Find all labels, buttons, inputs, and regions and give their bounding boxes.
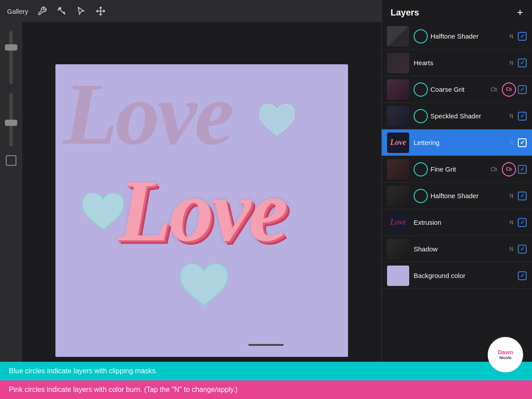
heart-bottom	[180, 264, 228, 308]
layer-thumb-fine-grit	[387, 159, 409, 180]
canvas[interactable]: Love Love	[55, 64, 348, 357]
transform-icon[interactable]	[95, 5, 106, 17]
layer-thumb-halftone-shader-1	[387, 26, 409, 47]
svg-point-2	[58, 9, 59, 10]
undo-button[interactable]	[6, 155, 16, 166]
layer-checkbox-speckled-shader[interactable]	[518, 112, 527, 121]
layer-item-coarse-grit[interactable]: Coarse GritCbCb	[382, 76, 532, 103]
layer-checkbox-extrusion[interactable]	[518, 218, 527, 227]
layer-checkbox-halftone-shader-1[interactable]	[518, 32, 527, 41]
size-slider-thumb[interactable]	[5, 44, 17, 51]
layer-info-background-color: Background color	[414, 272, 518, 279]
size-slider-track[interactable]	[9, 31, 13, 84]
layer-item-speckled-shader[interactable]: Speckled ShaderN	[382, 103, 532, 129]
wrench-icon[interactable]	[36, 5, 48, 17]
layer-mode-lettering[interactable]: N	[509, 140, 513, 146]
bottom-bars: Blue circles indicate layers with clippi…	[0, 362, 532, 399]
logo-middle: Nicole	[498, 356, 513, 360]
layer-thumb-extrusion: Love	[387, 212, 409, 233]
layer-name-fine-grit: Fine Grit	[430, 165, 491, 173]
layer-item-fine-grit[interactable]: Fine GritCbCb	[382, 156, 532, 183]
layer-checkbox-fine-grit[interactable]	[518, 165, 527, 174]
clip-circle-teal-halftone-shader-2	[414, 189, 428, 203]
layer-name-speckled-shader: Speckled Shader	[430, 112, 509, 120]
layer-name-coarse-grit: Coarse Grit	[430, 86, 491, 93]
gallery-button[interactable]: Gallery	[7, 8, 28, 15]
layer-name-halftone-shader-2: Halftone Shader	[430, 192, 509, 200]
pink-annotation-text: Pink circles indicate layers with color …	[9, 386, 238, 393]
layer-checkbox-shadow[interactable]	[518, 245, 527, 254]
layer-checkbox-lettering[interactable]	[518, 138, 527, 147]
clip-circle-teal-speckled-shader	[414, 109, 428, 123]
layer-item-hearts[interactable]: HeartsN	[382, 50, 532, 76]
layer-thumb-shadow	[387, 239, 409, 259]
layer-name-extrusion: Extrusion	[414, 219, 509, 226]
layer-item-background-color[interactable]: Background color	[382, 262, 532, 289]
layer-mode-extrusion[interactable]: N	[509, 219, 513, 226]
opacity-slider-track[interactable]	[9, 93, 13, 146]
layer-thumb-lettering: Love	[387, 133, 409, 153]
layer-checkbox-background-color[interactable]	[518, 271, 527, 280]
layers-header: Layers +	[382, 0, 532, 23]
selection-icon[interactable]	[75, 5, 87, 17]
left-sidebar	[0, 22, 22, 399]
layer-mode-shadow[interactable]: N	[509, 246, 513, 252]
clip-circle-teal-halftone-shader-1	[414, 29, 428, 43]
layer-mode-coarse-grit[interactable]: Cb	[491, 86, 497, 93]
layer-thumb-halftone-shader-2	[387, 186, 409, 206]
layer-item-lettering[interactable]: LoveLetteringN	[382, 129, 532, 156]
pink-annotation-bar: Pink circles indicate layers with color …	[0, 380, 532, 399]
opacity-slider-thumb[interactable]	[5, 120, 17, 126]
layer-thumb-coarse-grit	[387, 79, 409, 100]
layer-info-lettering: Lettering	[414, 139, 509, 146]
logo-text: Dawn Nicole	[498, 349, 513, 360]
layer-checkbox-coarse-grit[interactable]	[518, 85, 527, 94]
layer-info-hearts: Hearts	[414, 59, 509, 66]
layer-mode-speckled-shader[interactable]: N	[509, 113, 513, 119]
layer-name-halftone-shader-1: Halftone Shader	[430, 32, 509, 40]
layer-info-fine-grit: Fine Grit	[430, 165, 491, 173]
layer-mode-halftone-shader-2[interactable]: N	[509, 193, 513, 199]
logo-line1: Dawn	[498, 349, 513, 356]
scroll-indicator	[248, 344, 284, 346]
brush-opacity-slider[interactable]	[9, 93, 13, 146]
toolbar-left: Gallery	[7, 5, 106, 17]
layer-name-shadow: Shadow	[414, 245, 509, 253]
layer-info-coarse-grit: Coarse Grit	[430, 86, 491, 93]
layer-info-halftone-shader-2: Halftone Shader	[430, 192, 509, 200]
layers-add-button[interactable]: +	[517, 7, 523, 18]
clip-circle-teal-fine-grit	[414, 162, 428, 176]
cyan-annotation-bar: Blue circles indicate layers with clippi…	[0, 362, 532, 380]
love-text: Love	[117, 166, 286, 255]
layer-info-speckled-shader: Speckled Shader	[430, 112, 509, 120]
canvas-area: Love Love	[22, 22, 381, 399]
cyan-annotation-text: Blue circles indicate layers with clippi…	[9, 367, 157, 375]
brush-size-slider[interactable]	[9, 31, 13, 84]
layer-mode-hearts[interactable]: N	[509, 60, 513, 66]
heart-top-right	[259, 104, 295, 137]
layer-item-shadow[interactable]: ShadowN	[382, 236, 532, 262]
layer-checkbox-halftone-shader-2[interactable]	[518, 192, 527, 200]
layer-checkbox-hearts[interactable]	[518, 59, 527, 67]
svg-point-1	[60, 8, 61, 8]
layer-item-halftone-shader-1[interactable]: Halftone ShaderN	[382, 23, 532, 50]
layer-thumb-speckled-shader	[387, 106, 409, 126]
layer-thumb-background-color	[387, 266, 409, 286]
layer-info-halftone-shader-1: Halftone Shader	[430, 32, 509, 40]
layers-list: Halftone ShaderNHeartsNCoarse GritCbCbSp…	[382, 23, 532, 289]
layer-name-lettering: Lettering	[414, 139, 509, 146]
layer-mode-fine-grit[interactable]: Cb	[491, 166, 497, 172]
layer-name-hearts: Hearts	[414, 59, 509, 66]
clip-circle-pink-fine-grit: Cb	[502, 162, 516, 176]
love-shadow: Love	[63, 70, 232, 158]
layer-mode-halftone-shader-1[interactable]: N	[509, 33, 513, 39]
magic-wand-icon[interactable]	[56, 5, 67, 17]
layer-item-extrusion[interactable]: LoveExtrusionN	[382, 209, 532, 236]
layer-name-background-color: Background color	[414, 272, 518, 279]
layer-item-halftone-shader-2[interactable]: Halftone ShaderN	[382, 183, 532, 209]
dawn-nicole-logo: Dawn Nicole	[488, 337, 523, 372]
layers-title: Layers	[391, 8, 419, 18]
layer-thumb-hearts	[387, 53, 409, 73]
clip-circle-pink-coarse-grit: Cb	[502, 82, 516, 97]
layer-info-shadow: Shadow	[414, 245, 509, 253]
